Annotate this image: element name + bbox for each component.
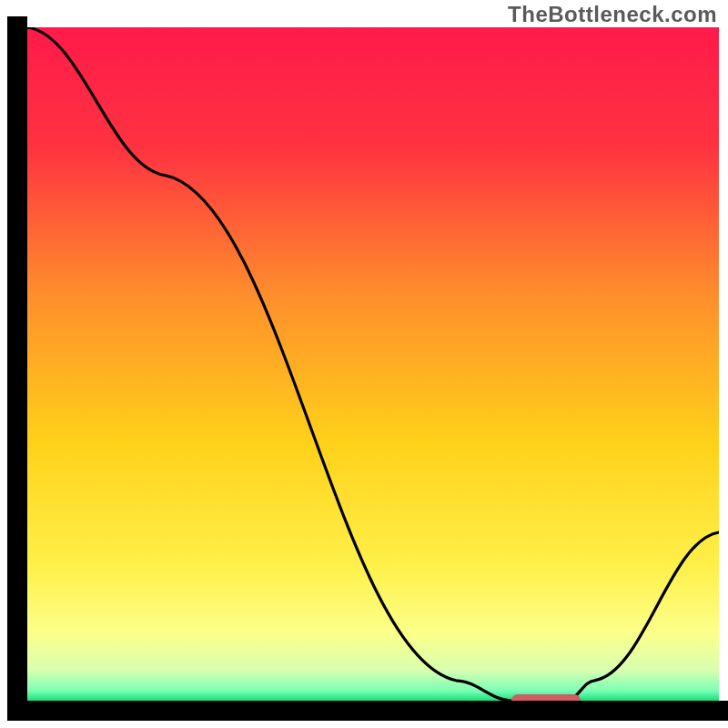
bottleneck-chart xyxy=(0,0,728,728)
watermark-label: TheBottleneck.com xyxy=(508,2,717,27)
severity-gradient-background xyxy=(27,27,719,701)
chart-container: TheBottleneck.com xyxy=(0,0,728,728)
